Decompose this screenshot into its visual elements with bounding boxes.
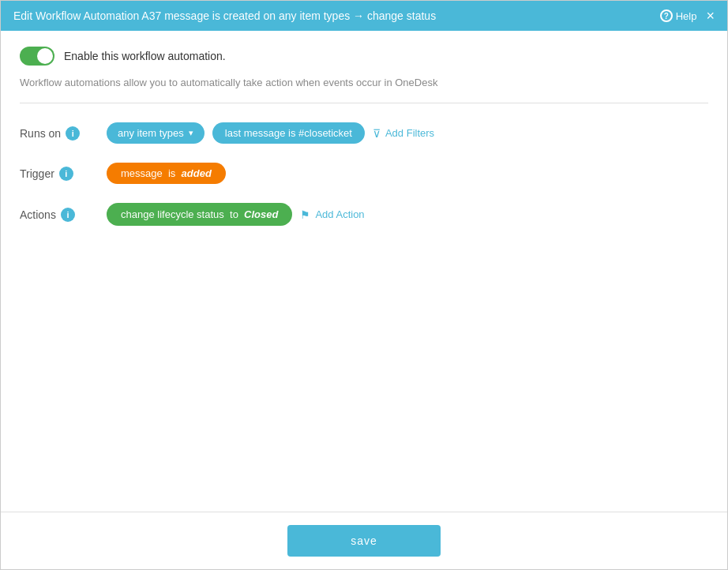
enable-toggle[interactable] [20,47,54,66]
add-action-label: Add Action [315,208,364,220]
runs-on-info-icon: i [66,126,80,141]
filter-pill-text: last message is #closeticket [225,127,352,139]
trigger-pill-button[interactable]: message is added [107,163,226,184]
add-filters-label: Add Filters [385,127,434,139]
trigger-pill-value: added [182,167,212,179]
divider [20,103,708,103]
actions-text: Actions [20,208,56,221]
trigger-controls: message is added [107,163,226,184]
action-pill-button[interactable]: change lifecycle status to Closed [107,203,292,226]
modal-body: Enable this workflow automation. Workflo… [1,31,727,512]
actions-info-icon: i [61,208,75,222]
actions-label: Actions i [20,208,107,222]
actions-row: Actions i change lifecycle status to Clo… [20,203,708,226]
header-actions: ? Help × [660,9,715,23]
close-button[interactable]: × [706,9,715,23]
item-type-label: any item types [118,127,184,139]
runs-on-text: Runs on [20,127,61,140]
action-pill-value: Closed [244,208,278,220]
trigger-row: Trigger i message is added [20,163,708,184]
modal-footer: save [1,512,727,569]
trigger-label: Trigger i [20,167,107,181]
description-text: Workflow automations allow you to automa… [20,77,708,88]
toggle-label: Enable this workflow automation. [64,50,226,62]
filter-pill-button[interactable]: last message is #closeticket [212,122,365,144]
runs-on-controls: any item types ▾ last message is #closet… [107,122,434,144]
add-action-button[interactable]: ⚑ Add Action [300,208,364,221]
modal-header: Edit Workflow Automation A37 message is … [1,1,727,31]
help-label: Help [676,10,697,22]
runs-on-label: Runs on i [20,126,107,141]
help-button[interactable]: ? Help [660,9,697,22]
item-type-button[interactable]: any item types ▾ [107,122,205,144]
body-spacer [20,245,708,496]
dropdown-arrow-icon: ▾ [189,128,193,138]
trigger-text: Trigger [20,167,54,180]
toggle-row: Enable this workflow automation. [20,47,708,66]
trigger-info-icon: i [59,167,73,181]
save-button[interactable]: save [287,525,441,557]
help-circle-icon: ? [660,9,673,22]
flag-icon: ⚑ [300,208,310,221]
trigger-pill-prefix: message is [121,167,182,179]
modal-title: Edit Workflow Automation A37 message is … [13,9,660,22]
funnel-icon: ⊽ [373,127,381,140]
add-filters-button[interactable]: ⊽ Add Filters [373,127,434,140]
runs-on-row: Runs on i any item types ▾ last message … [20,122,708,144]
modal-container: Edit Workflow Automation A37 message is … [0,0,728,570]
action-pill-prefix: change lifecycle status to [121,208,244,220]
actions-controls: change lifecycle status to Closed ⚑ Add … [107,203,365,226]
